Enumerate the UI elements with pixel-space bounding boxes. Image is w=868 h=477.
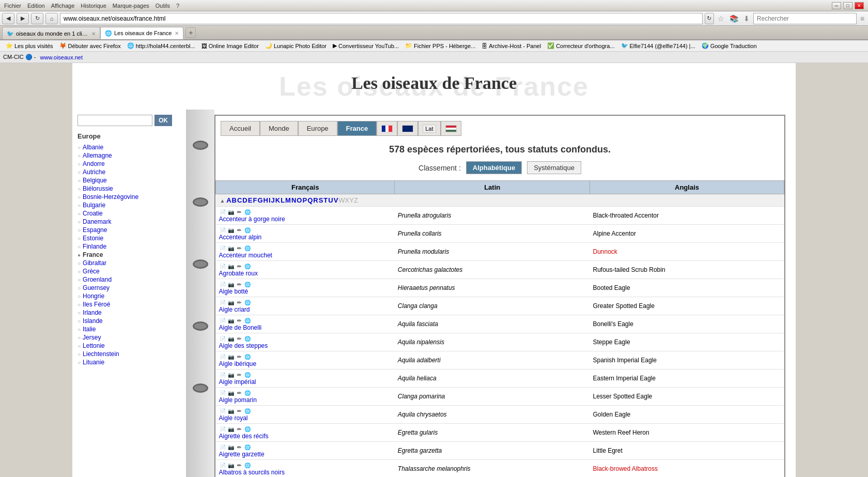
menu-bar[interactable]: Fichier Edition Affichage Historique Mar…	[4, 3, 179, 9]
doc-icon[interactable]: 📄	[219, 317, 226, 324]
edit-icon[interactable]: ✏	[236, 317, 243, 324]
camera-icon[interactable]: 📷	[227, 461, 235, 469]
doc-icon[interactable]: 📄	[219, 281, 226, 288]
bird-french-name[interactable]: Aigrette garzette	[219, 451, 265, 458]
tab-oiseaux-monde[interactable]: 🐦 oiseaux du monde en 1 clic... ✕	[2, 27, 100, 39]
sidebar-item-guernsey[interactable]: ○Guernsey	[78, 284, 181, 292]
tab-close-2[interactable]: ✕	[175, 30, 179, 36]
alpha-letter-P[interactable]: P	[302, 196, 307, 204]
menu-marquepages[interactable]: Marque-pages	[113, 3, 149, 9]
sidebar-item-albanie[interactable]: ○Albanie	[78, 143, 181, 151]
sidebar-item-jersey[interactable]: ○Jersey	[78, 333, 181, 342]
home-button[interactable]: ⌂	[45, 13, 58, 24]
bm-debuter-firefox[interactable]: 🦊 Débuter avec Firefox	[57, 42, 123, 50]
reload-button[interactable]: ↻	[31, 13, 43, 24]
bird-french-name[interactable]: Aigle ibérique	[219, 360, 257, 367]
flag-lat-tab[interactable]: Lat	[418, 121, 440, 136]
edit-icon[interactable]: ✏	[236, 461, 243, 469]
bm-google-traduction[interactable]: 🌍 Google Traduction	[699, 42, 760, 50]
doc-icon[interactable]: 📄	[219, 226, 226, 234]
camera-icon[interactable]: 📷	[227, 353, 235, 360]
doc-icon[interactable]: 📄	[219, 299, 226, 306]
sidebar-item-lituanie[interactable]: ○Lituanie	[78, 358, 181, 366]
alpha-letter-T[interactable]: T	[323, 196, 328, 204]
alpha-letter-U[interactable]: U	[328, 196, 333, 204]
bird-french-name[interactable]: Aigle des steppes	[219, 342, 268, 349]
globe-icon[interactable]: 🌐	[244, 299, 251, 306]
flag-hu-tab[interactable]	[441, 121, 461, 136]
bm-online-image[interactable]: 🖼 Online Image Editor	[199, 42, 261, 50]
camera-icon[interactable]: 📷	[227, 317, 235, 324]
edit-icon[interactable]: ✏	[236, 208, 243, 216]
edit-icon[interactable]: ✏	[236, 371, 243, 378]
bm-lunapic[interactable]: 🌙 Lunapic Photo Editor	[262, 42, 329, 50]
camera-icon[interactable]: 📷	[227, 244, 235, 252]
edit-icon[interactable]: ✏	[236, 263, 243, 270]
globe-icon[interactable]: 🌐	[244, 208, 251, 216]
bm-elfie[interactable]: 🐦 Elfie7144 (@elfie7144) |...	[618, 42, 698, 50]
new-tab-button[interactable]: +	[185, 27, 196, 38]
globe-icon[interactable]: 🌐	[244, 407, 251, 414]
doc-icon[interactable]: 📄	[219, 389, 226, 396]
sidebar-item-groenland[interactable]: ○Groenland	[78, 275, 181, 284]
globe-icon[interactable]: 🌐	[244, 263, 251, 270]
alpha-letter-M[interactable]: M	[285, 196, 291, 204]
tab-close-1[interactable]: ✕	[91, 31, 96, 37]
alpha-letter-J[interactable]: J	[271, 196, 275, 204]
globe-icon[interactable]: 🌐	[244, 389, 251, 396]
bookmark-star-icon[interactable]: ☆	[716, 14, 726, 23]
globe-icon[interactable]: 🌐	[244, 443, 251, 451]
sidebar-item-italie[interactable]: ○Italie	[78, 325, 181, 333]
doc-icon[interactable]: 📄	[219, 371, 226, 378]
menu-fichier[interactable]: Fichier	[4, 3, 21, 9]
sidebar-item-gibraltar[interactable]: ○Gibraltar	[78, 259, 181, 267]
tab-oiseaux-france[interactable]: 🌐 Les oiseaux de France ✕	[100, 27, 183, 39]
alpha-letter-R[interactable]: R	[313, 196, 318, 204]
sidebar-item-allemagne[interactable]: ○Allemagne	[78, 151, 181, 160]
bm-fichier-pps[interactable]: 📁 Fichier PPS - Héberge...	[402, 42, 478, 50]
doc-icon[interactable]: 📄	[219, 208, 226, 216]
alpha-letter-A[interactable]: A	[226, 196, 231, 204]
doc-icon[interactable]: 📄	[219, 425, 226, 433]
bird-french-name[interactable]: Aigle de Bonelli	[219, 324, 262, 331]
edit-icon[interactable]: ✏	[236, 244, 243, 252]
menu-icon[interactable]: ≡	[859, 14, 866, 23]
bird-french-name[interactable]: Aigle botté	[219, 288, 249, 295]
edit-icon[interactable]: ✏	[236, 389, 243, 396]
doc-icon[interactable]: 📄	[219, 407, 226, 414]
alpha-letter-G[interactable]: G	[257, 196, 262, 204]
camera-icon[interactable]: 📷	[227, 443, 235, 451]
edit-icon[interactable]: ✏	[236, 299, 243, 306]
alpha-letter-K[interactable]: K	[275, 196, 280, 204]
sidebar-item-finlande[interactable]: ○Finlande	[78, 242, 181, 251]
alpha-letter-S[interactable]: S	[319, 196, 323, 204]
edit-icon[interactable]: ✏	[236, 425, 243, 433]
globe-icon[interactable]: 🌐	[244, 226, 251, 234]
bird-french-name[interactable]: Albatros à sourcils noirs	[219, 469, 285, 476]
address-bar[interactable]	[60, 13, 703, 24]
alpha-letter-O[interactable]: O	[297, 196, 302, 204]
menu-outils[interactable]: Outils	[156, 3, 170, 9]
search-input[interactable]	[753, 13, 857, 24]
globe-icon[interactable]: 🌐	[244, 317, 251, 324]
camera-icon[interactable]: 📷	[227, 263, 235, 270]
alpha-letter-D[interactable]: D	[242, 196, 247, 204]
classement-sys-button[interactable]: Systématique	[527, 161, 581, 174]
close-button[interactable]: ✕	[855, 2, 864, 9]
sidebar-item-france[interactable]: ●France	[78, 251, 181, 259]
camera-icon[interactable]: 📷	[227, 389, 235, 396]
sidebar-item-espagne[interactable]: ○Espagne	[78, 226, 181, 234]
globe-icon[interactable]: 🌐	[244, 281, 251, 288]
bird-french-name[interactable]: Agrobate roux	[219, 270, 258, 277]
sidebar-item-belgique[interactable]: ○Belgique	[78, 176, 181, 184]
bookmark-list-icon[interactable]: 📚	[728, 14, 740, 23]
minimize-button[interactable]: ─	[832, 2, 841, 9]
camera-icon[interactable]: 📷	[227, 407, 235, 414]
camera-icon[interactable]: 📷	[227, 299, 235, 306]
bm-correcteur[interactable]: ✅ Correcteur d'orthogra...	[545, 42, 617, 50]
sidebar-search-input[interactable]	[78, 115, 152, 126]
edit-icon[interactable]: ✏	[236, 443, 243, 451]
alpha-letter-E[interactable]: E	[248, 196, 253, 204]
edit-icon[interactable]: ✏	[236, 353, 243, 360]
camera-icon[interactable]: 📷	[227, 208, 235, 216]
